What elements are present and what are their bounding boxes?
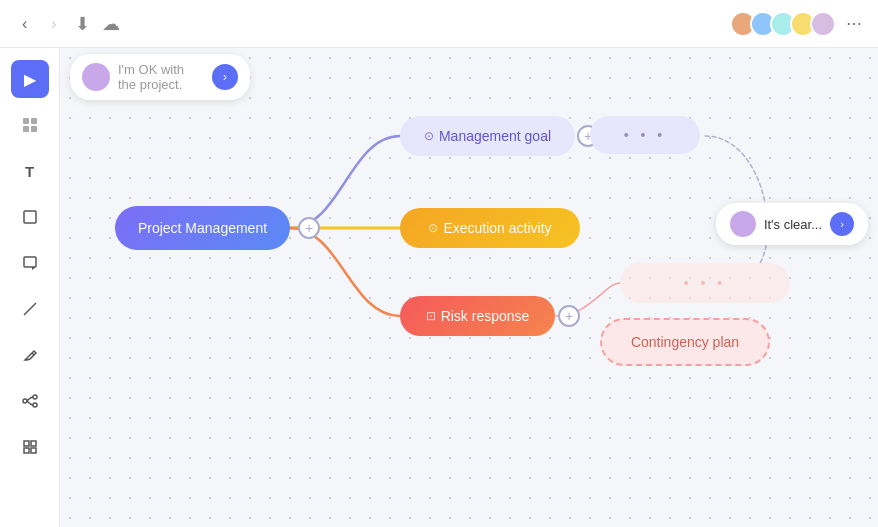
node-management-goal[interactable]: ⊙ Management goal [400,116,575,156]
dots-label: • • • [624,127,666,143]
comment-text: It's clear... [764,217,822,232]
tool-text[interactable]: T [11,152,49,190]
tool-select[interactable]: ▶ [11,60,49,98]
tool-pen[interactable] [11,336,49,374]
tool-sticky[interactable] [11,244,49,282]
topbar-left: ‹ › ⬇ ☁ [16,11,120,37]
node-contingency-plan[interactable]: Contingency plan [600,318,770,366]
left-toolbar: ▶ T [0,48,60,527]
chat-send-button[interactable]: › [212,64,238,90]
node-icon: ⊙ [424,129,434,143]
topbar: ‹ › ⬇ ☁ ⋯ [0,0,878,48]
svg-rect-0 [23,118,29,124]
chat-avatar [82,63,110,91]
node-execution-activity[interactable]: ⊙ Execution activity [400,208,580,248]
comment-bubble: It's clear... › [716,203,868,245]
comment-avatar [730,211,756,237]
canvas[interactable]: Project Management + ⊙ Management goal +… [60,48,878,527]
node-label: Execution activity [443,220,551,236]
chat-bar: I'm OK with the project. › [70,54,250,100]
tool-table[interactable] [11,106,49,144]
node-dots-placeholder-2[interactable]: • • • [620,263,790,303]
share-button[interactable]: ⋯ [846,14,862,33]
svg-line-6 [24,303,36,315]
node-risk-response[interactable]: ⊡ Risk response [400,296,555,336]
svg-rect-4 [24,211,36,223]
svg-rect-5 [24,257,36,267]
chat-input[interactable]: I'm OK with the project. [118,62,204,92]
cloud-icon[interactable]: ☁ [102,13,120,35]
node-label: Risk response [441,308,530,324]
svg-rect-13 [24,448,29,453]
svg-rect-3 [31,126,37,132]
node-icon: ⊡ [426,309,436,323]
avatar [810,11,836,37]
plus-button-main[interactable]: + [298,217,320,239]
plus-button-risk[interactable]: + [558,305,580,327]
svg-point-10 [33,403,37,407]
node-label: Management goal [439,128,551,144]
svg-rect-14 [31,448,36,453]
tool-line[interactable] [11,290,49,328]
svg-line-7 [32,353,34,355]
topbar-right: ⋯ [730,11,862,37]
node-label: Contingency plan [631,334,739,350]
forward-button[interactable]: › [45,11,62,37]
svg-rect-1 [31,118,37,124]
node-icon: ⊙ [428,221,438,235]
node-label: Project Management [138,220,267,236]
svg-rect-11 [24,441,29,446]
node-dots-placeholder-1[interactable]: • • • [590,116,700,154]
svg-point-9 [33,395,37,399]
svg-point-8 [23,399,27,403]
comment-send-button[interactable]: › [830,212,854,236]
dots-label: • • • [684,275,726,291]
avatar-group [730,11,836,37]
svg-rect-12 [31,441,36,446]
node-project-management[interactable]: Project Management [115,206,290,250]
tool-grid[interactable] [11,428,49,466]
back-button[interactable]: ‹ [16,11,33,37]
tool-connect[interactable] [11,382,49,420]
save-icon[interactable]: ⬇ [75,13,90,35]
svg-rect-2 [23,126,29,132]
tool-frame[interactable] [11,198,49,236]
